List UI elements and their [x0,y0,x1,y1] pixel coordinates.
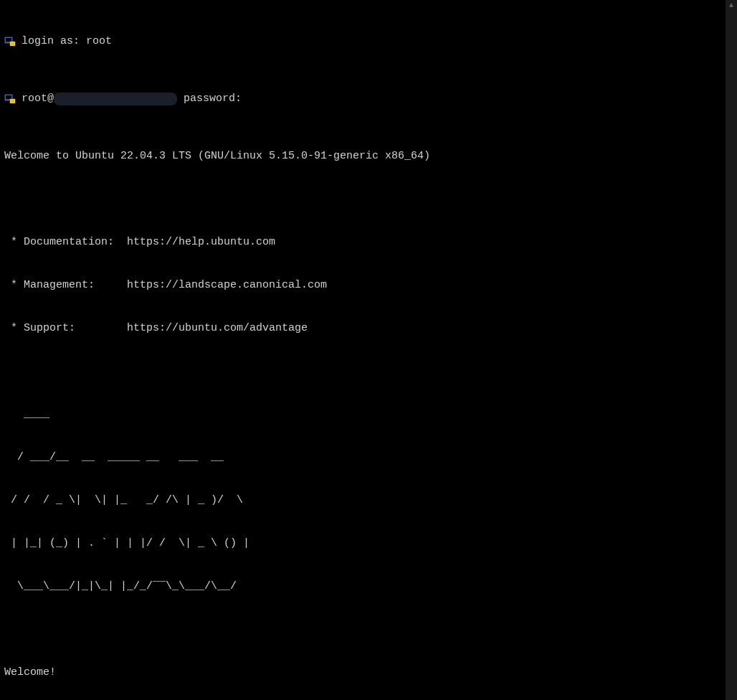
motd-mgmt: * Management: https://landscape.canonica… [4,278,721,293]
ascii-art-line: / ___/__ __ _____ __ ___ __ [4,450,721,465]
mgmt-label: * Management: [4,278,127,293]
password-line: root@ password: [4,92,721,106]
ascii-art-line: / / / _ \| \| |_ _/ /\ | _ )/ \ [4,493,721,508]
doc-url: https://help.ubuntu.com [127,235,275,250]
motd-welcome-short: Welcome! [4,666,721,680]
scroll-up-icon[interactable]: ▲ [726,0,737,11]
scrollbar[interactable]: ▲ [726,0,737,700]
blank-line [4,364,721,379]
support-url: https://ubuntu.com/advantage [127,321,308,336]
ascii-art-line: ____ [4,407,721,422]
terminal-area[interactable]: login as: root root@ password: Welcome t… [0,0,726,700]
svg-rect-7 [10,99,15,103]
ascii-art-line: \___\___/|_|\_| |_/_/‾‾\_\___/\__/ [4,580,721,594]
blank-line [4,192,721,207]
ascii-art-line: | |_| (_) | . ` | | |/ / \| _ \ () | [4,536,721,551]
svg-rect-2 [10,42,15,46]
support-label: * Support: [4,321,127,336]
motd-support: * Support: https://ubuntu.com/advantage [4,321,721,336]
login-prompt: login as: [22,34,86,49]
blank-line [4,623,721,637]
redacted-hostname [54,93,177,105]
password-suffix: password: [177,92,242,106]
svg-rect-1 [6,38,11,42]
doc-label: * Documentation: [4,235,127,250]
putty-icon [4,93,16,105]
svg-rect-6 [6,95,11,99]
login-line: login as: root [4,34,721,49]
motd-doc: * Documentation: https://help.ubuntu.com [4,235,721,250]
password-prefix: root@ [22,92,54,106]
putty-icon [4,36,16,47]
mgmt-url: https://landscape.canonical.com [127,278,327,293]
login-username: root [86,34,112,49]
motd-welcome: Welcome to Ubuntu 22.04.3 LTS (GNU/Linux… [4,149,721,164]
